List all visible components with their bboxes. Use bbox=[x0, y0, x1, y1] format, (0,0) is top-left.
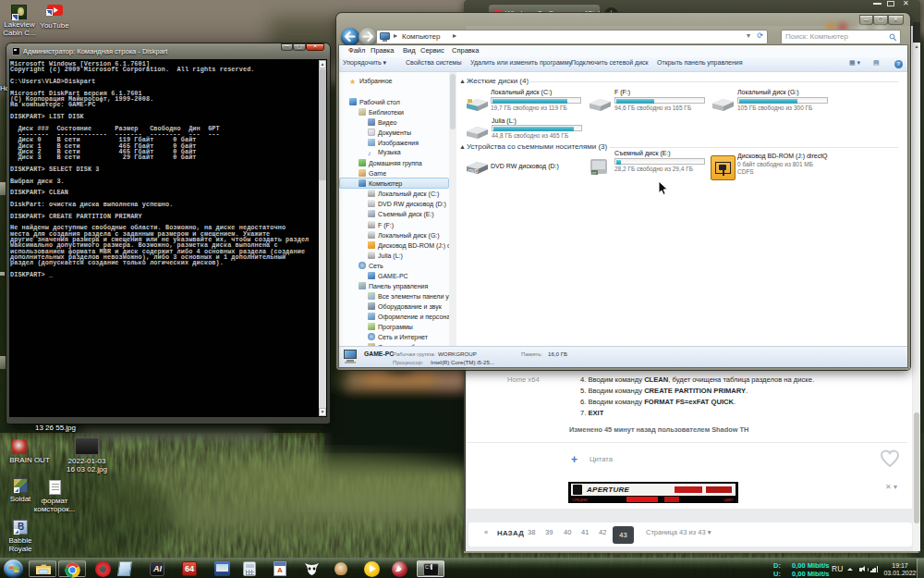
svg-text:77: 77 bbox=[592, 171, 597, 176]
svg-text:DVD: DVD bbox=[468, 168, 479, 174]
